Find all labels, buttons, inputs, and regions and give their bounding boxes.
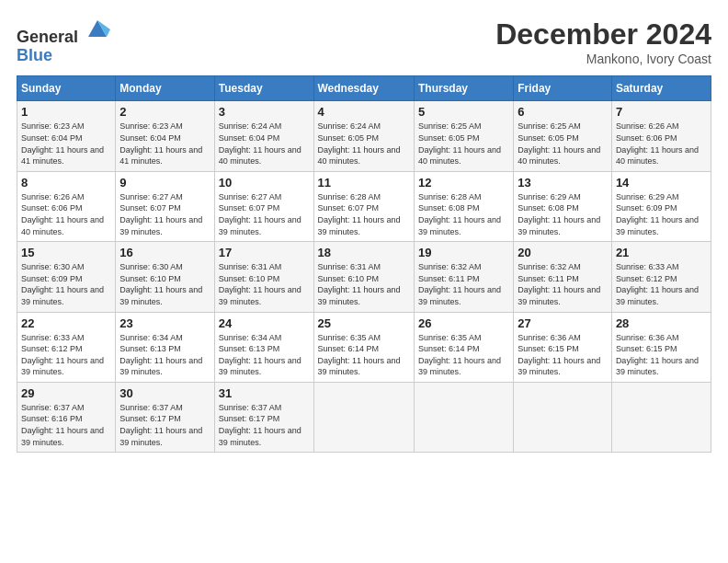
day-detail: Sunrise: 6:37 AMSunset: 6:17 PMDaylight:…: [219, 402, 310, 448]
day-number: 18: [318, 246, 410, 259]
week-row-2: 8Sunrise: 6:26 AMSunset: 6:06 PMDaylight…: [17, 171, 711, 241]
header-day-thursday: Thursday: [414, 76, 513, 101]
logo-text: General Blue: [17, 17, 110, 65]
day-detail: Sunrise: 6:30 AMSunset: 6:10 PMDaylight:…: [119, 261, 210, 307]
day-detail: Sunrise: 6:25 AMSunset: 6:05 PMDaylight:…: [518, 121, 608, 167]
day-number: 19: [418, 246, 509, 259]
calendar-cell: 27Sunrise: 6:36 AMSunset: 6:15 PMDayligh…: [514, 312, 612, 382]
calendar-cell: 31Sunrise: 6:37 AMSunset: 6:17 PMDayligh…: [214, 382, 313, 452]
calendar-cell: [313, 382, 414, 452]
day-detail: Sunrise: 6:27 AMSunset: 6:07 PMDaylight:…: [219, 191, 310, 237]
day-detail: Sunrise: 6:36 AMSunset: 6:15 PMDaylight:…: [616, 332, 707, 378]
location-title: Mankono, Ivory Coast: [495, 52, 711, 66]
calendar-cell: 13Sunrise: 6:29 AMSunset: 6:08 PMDayligh…: [514, 171, 612, 241]
day-detail: Sunrise: 6:24 AMSunset: 6:05 PMDaylight:…: [318, 121, 410, 167]
day-number: 3: [219, 105, 310, 119]
calendar-cell: 9Sunrise: 6:27 AMSunset: 6:07 PMDaylight…: [116, 171, 214, 241]
calendar: SundayMondayTuesdayWednesdayThursdayFrid…: [17, 75, 711, 453]
day-detail: Sunrise: 6:29 AMSunset: 6:08 PMDaylight:…: [518, 191, 608, 237]
day-detail: Sunrise: 6:32 AMSunset: 6:11 PMDaylight:…: [518, 261, 608, 307]
day-number: 24: [219, 316, 310, 330]
day-detail: Sunrise: 6:23 AMSunset: 6:04 PMDaylight:…: [21, 121, 111, 167]
calendar-cell: 18Sunrise: 6:31 AMSunset: 6:10 PMDayligh…: [313, 242, 414, 312]
logo-blue: Blue: [17, 46, 52, 64]
header-day-saturday: Saturday: [611, 76, 711, 101]
day-number: 7: [616, 105, 707, 119]
day-number: 25: [318, 316, 410, 330]
day-number: 22: [21, 316, 111, 330]
day-number: 31: [219, 386, 310, 400]
calendar-cell: 7Sunrise: 6:26 AMSunset: 6:06 PMDaylight…: [611, 101, 711, 171]
month-title: December 2024: [495, 17, 711, 52]
week-row-4: 22Sunrise: 6:33 AMSunset: 6:12 PMDayligh…: [17, 312, 711, 382]
day-detail: Sunrise: 6:31 AMSunset: 6:10 PMDaylight:…: [219, 261, 310, 307]
day-detail: Sunrise: 6:34 AMSunset: 6:13 PMDaylight:…: [219, 332, 310, 378]
day-number: 11: [318, 176, 410, 190]
day-detail: Sunrise: 6:27 AMSunset: 6:07 PMDaylight:…: [119, 191, 210, 237]
page: General Blue December 2024 Mankono, Ivor…: [0, 0, 728, 563]
calendar-cell: 26Sunrise: 6:35 AMSunset: 6:14 PMDayligh…: [414, 312, 513, 382]
day-detail: Sunrise: 6:28 AMSunset: 6:07 PMDaylight:…: [318, 191, 410, 237]
calendar-cell: 29Sunrise: 6:37 AMSunset: 6:16 PMDayligh…: [17, 382, 116, 452]
day-detail: Sunrise: 6:23 AMSunset: 6:04 PMDaylight:…: [119, 121, 210, 167]
day-detail: Sunrise: 6:26 AMSunset: 6:06 PMDaylight:…: [21, 191, 111, 237]
calendar-cell: [514, 382, 612, 452]
calendar-cell: 23Sunrise: 6:34 AMSunset: 6:13 PMDayligh…: [116, 312, 214, 382]
header: General Blue December 2024 Mankono, Ivor…: [17, 17, 711, 66]
day-number: 21: [616, 246, 707, 259]
day-number: 9: [119, 176, 210, 190]
day-number: 12: [418, 176, 509, 190]
logo: General Blue: [17, 17, 110, 65]
calendar-cell: 22Sunrise: 6:33 AMSunset: 6:12 PMDayligh…: [17, 312, 116, 382]
logo-general: General: [17, 28, 78, 46]
title-block: December 2024 Mankono, Ivory Coast: [495, 17, 711, 66]
calendar-cell: 16Sunrise: 6:30 AMSunset: 6:10 PMDayligh…: [116, 242, 214, 312]
calendar-body: 1Sunrise: 6:23 AMSunset: 6:04 PMDaylight…: [17, 101, 711, 453]
calendar-cell: 5Sunrise: 6:25 AMSunset: 6:05 PMDaylight…: [414, 101, 513, 171]
calendar-cell: [611, 382, 711, 452]
day-detail: Sunrise: 6:34 AMSunset: 6:13 PMDaylight:…: [119, 332, 210, 378]
day-number: 14: [616, 176, 707, 190]
header-day-sunday: Sunday: [17, 76, 116, 101]
day-number: 6: [518, 105, 608, 119]
day-detail: Sunrise: 6:37 AMSunset: 6:16 PMDaylight:…: [21, 402, 111, 448]
calendar-cell: 25Sunrise: 6:35 AMSunset: 6:14 PMDayligh…: [313, 312, 414, 382]
day-number: 16: [119, 246, 210, 259]
calendar-cell: 19Sunrise: 6:32 AMSunset: 6:11 PMDayligh…: [414, 242, 513, 312]
header-day-wednesday: Wednesday: [313, 76, 414, 101]
day-number: 13: [518, 176, 608, 190]
day-number: 4: [318, 105, 410, 119]
day-number: 2: [119, 105, 210, 119]
day-detail: Sunrise: 6:25 AMSunset: 6:05 PMDaylight:…: [418, 121, 509, 167]
calendar-cell: 1Sunrise: 6:23 AMSunset: 6:04 PMDaylight…: [17, 101, 116, 171]
day-number: 26: [418, 316, 509, 330]
day-number: 17: [219, 246, 310, 259]
day-detail: Sunrise: 6:37 AMSunset: 6:17 PMDaylight:…: [119, 402, 210, 448]
day-number: 20: [518, 246, 608, 259]
calendar-cell: 20Sunrise: 6:32 AMSunset: 6:11 PMDayligh…: [514, 242, 612, 312]
calendar-cell: 24Sunrise: 6:34 AMSunset: 6:13 PMDayligh…: [214, 312, 313, 382]
day-number: 5: [418, 105, 509, 119]
calendar-cell: 28Sunrise: 6:36 AMSunset: 6:15 PMDayligh…: [611, 312, 711, 382]
day-number: 27: [518, 316, 608, 330]
day-detail: Sunrise: 6:30 AMSunset: 6:09 PMDaylight:…: [21, 261, 111, 307]
day-number: 29: [21, 386, 111, 400]
day-detail: Sunrise: 6:31 AMSunset: 6:10 PMDaylight:…: [318, 261, 410, 307]
day-number: 10: [219, 176, 310, 190]
calendar-header: SundayMondayTuesdayWednesdayThursdayFrid…: [17, 76, 711, 101]
day-detail: Sunrise: 6:32 AMSunset: 6:11 PMDaylight:…: [418, 261, 509, 307]
calendar-cell: 6Sunrise: 6:25 AMSunset: 6:05 PMDaylight…: [514, 101, 612, 171]
week-row-3: 15Sunrise: 6:30 AMSunset: 6:09 PMDayligh…: [17, 242, 711, 312]
header-day-friday: Friday: [514, 76, 612, 101]
calendar-cell: 4Sunrise: 6:24 AMSunset: 6:05 PMDaylight…: [313, 101, 414, 171]
day-detail: Sunrise: 6:36 AMSunset: 6:15 PMDaylight:…: [518, 332, 608, 378]
calendar-cell: 2Sunrise: 6:23 AMSunset: 6:04 PMDaylight…: [116, 101, 214, 171]
calendar-cell: [414, 382, 513, 452]
calendar-cell: 21Sunrise: 6:33 AMSunset: 6:12 PMDayligh…: [611, 242, 711, 312]
day-detail: Sunrise: 6:26 AMSunset: 6:06 PMDaylight:…: [616, 121, 707, 167]
calendar-cell: 8Sunrise: 6:26 AMSunset: 6:06 PMDaylight…: [17, 171, 116, 241]
logo-icon: [85, 17, 110, 42]
calendar-cell: 12Sunrise: 6:28 AMSunset: 6:08 PMDayligh…: [414, 171, 513, 241]
calendar-cell: 10Sunrise: 6:27 AMSunset: 6:07 PMDayligh…: [214, 171, 313, 241]
day-number: 30: [119, 386, 210, 400]
